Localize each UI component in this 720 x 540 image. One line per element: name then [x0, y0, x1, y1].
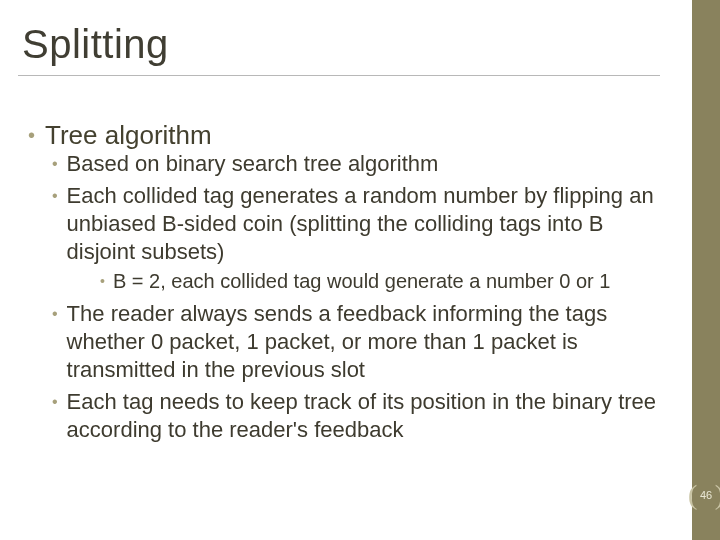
bullet-text: Tree algorithm: [45, 120, 212, 150]
bullet-level1: • Tree algorithm • Based on binary searc…: [28, 120, 660, 444]
bullet-text: Each tag needs to keep track of its posi…: [67, 388, 660, 444]
bullet-level2: • The reader always sends a feedback inf…: [52, 300, 660, 384]
page-number: 46: [700, 489, 712, 501]
bullet-icon: •: [52, 182, 58, 210]
bullet-level2: • Each collided tag generates a random n…: [52, 182, 660, 294]
bullet-icon: •: [52, 300, 58, 328]
slide: Splitting • Tree algorithm • Based on bi…: [0, 0, 720, 540]
bullet-text: Based on binary search tree algorithm: [67, 150, 439, 178]
page-number-badge: ( 46 ): [694, 480, 718, 510]
title-area: Splitting: [18, 22, 660, 76]
bullet-icon: •: [28, 120, 35, 150]
bullet-icon: •: [100, 268, 105, 294]
bullet-text: B = 2, each collided tag would generate …: [113, 268, 611, 294]
bullet-level2: • Based on binary search tree algorithm: [52, 150, 660, 178]
bullet-level3: • B = 2, each collided tag would generat…: [100, 268, 660, 294]
bullet-text: Each collided tag generates a random num…: [67, 182, 660, 266]
side-stripe: [692, 0, 720, 540]
paren-left-icon: (: [688, 481, 697, 509]
content-area: • Tree algorithm • Based on binary searc…: [28, 120, 660, 452]
bullet-level2: • Each tag needs to keep track of its po…: [52, 388, 660, 444]
bullet-icon: •: [52, 150, 58, 178]
slide-title: Splitting: [18, 22, 660, 76]
bullet-icon: •: [52, 388, 58, 416]
paren-right-icon: ): [715, 481, 720, 509]
bullet-text: The reader always sends a feedback infor…: [67, 300, 660, 384]
